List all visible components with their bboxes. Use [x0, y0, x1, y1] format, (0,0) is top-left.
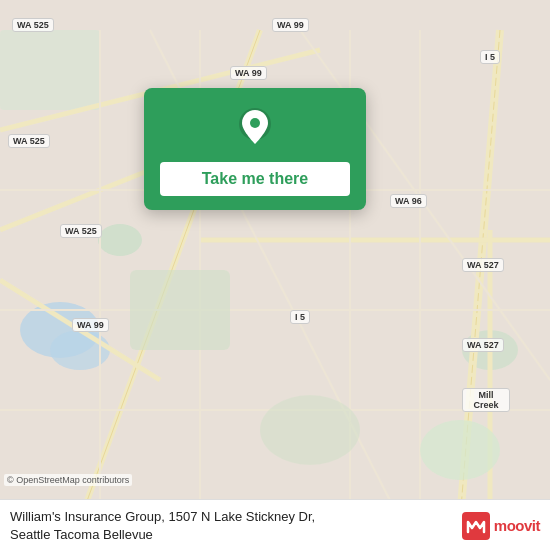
bottom-bar: William's Insurance Group, 1507 N Lake S…	[0, 499, 550, 550]
road-label-wa99-3: WA 99	[72, 318, 109, 332]
map-attribution: © OpenStreetMap contributors	[4, 474, 132, 486]
road-label-wa525-2: WA 525	[8, 134, 50, 148]
road-label-wa99-2: WA 99	[230, 66, 267, 80]
svg-rect-5	[0, 30, 100, 110]
road-label-i5-2: I 5	[290, 310, 310, 324]
road-label-mill-creek: Mill Creek	[462, 388, 510, 412]
road-label-i5-1: I 5	[480, 50, 500, 64]
road-label-wa525-3: WA 525	[60, 224, 102, 238]
svg-rect-29	[462, 512, 490, 540]
svg-point-25	[260, 395, 360, 465]
road-label-wa99-1: WA 99	[272, 18, 309, 32]
road-label-wa96: WA 96	[390, 194, 427, 208]
road-label-wa527-2: WA 527	[462, 338, 504, 352]
address-text: William's Insurance Group, 1507 N Lake S…	[10, 508, 452, 544]
moovit-icon	[462, 512, 490, 540]
moovit-text: moovit	[494, 517, 540, 534]
svg-point-28	[250, 118, 260, 128]
svg-point-3	[98, 224, 142, 256]
svg-point-26	[420, 420, 500, 480]
location-card: Take me there	[144, 88, 366, 210]
address-line1: William's Insurance Group, 1507 N Lake S…	[10, 509, 315, 524]
road-label-wa527-1: WA 527	[462, 258, 504, 272]
road-label-wa525-1: WA 525	[12, 18, 54, 32]
take-me-there-button[interactable]: Take me there	[160, 162, 350, 196]
svg-rect-24	[130, 270, 230, 350]
moovit-logo: moovit	[462, 512, 540, 540]
location-pin-icon	[233, 106, 277, 150]
map-container: WA 525 WA 525 WA 525 WA 99 WA 99 WA 99 I…	[0, 0, 550, 550]
map-background	[0, 0, 550, 550]
address-line2: Seattle Tacoma Bellevue	[10, 527, 153, 542]
